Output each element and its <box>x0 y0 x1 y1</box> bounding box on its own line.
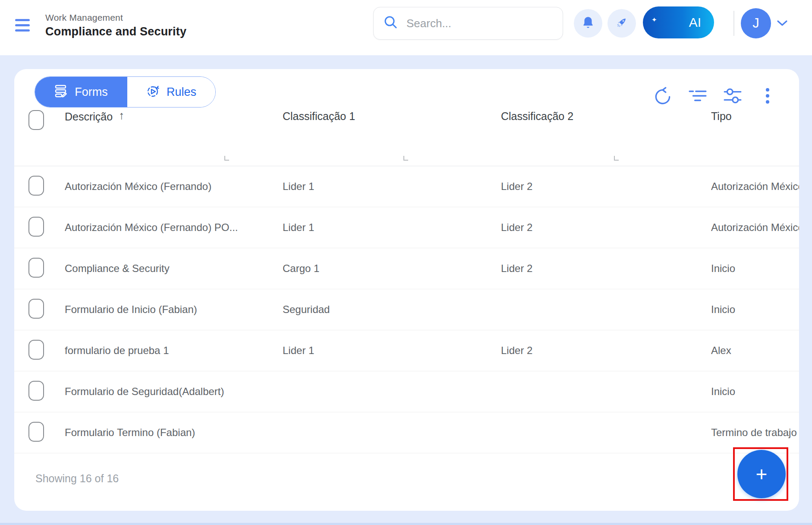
cell-classificacao2: Lider 2 <box>501 345 711 357</box>
column-header-classificacao2[interactable]: Classificação 2 <box>501 110 711 123</box>
cell-classificacao1: Lider 1 <box>283 221 501 234</box>
breadcrumb: Work Management Compliance and Security <box>45 13 186 38</box>
more-vertical-icon[interactable] <box>758 86 777 106</box>
notifications-button[interactable] <box>574 9 602 38</box>
table-row[interactable]: Compliance & Security Cargo 1 Lider 2 In… <box>14 248 799 289</box>
cell-descricao: Autorización México (Fernando) <box>65 180 283 193</box>
cell-descricao: Formulario de Inicio (Fabian) <box>65 304 283 316</box>
cell-tipo: Termino de trabajo <box>711 427 799 439</box>
ai-assistant-button[interactable]: ✦ AI <box>643 6 714 38</box>
showing-count: Showing 16 of 16 <box>35 472 119 485</box>
tab-rules[interactable]: Rules <box>127 77 215 107</box>
rocket-icon <box>614 15 629 32</box>
cell-classificacao1: Lider 1 <box>283 345 501 357</box>
row-checkbox[interactable] <box>28 340 44 360</box>
table-row[interactable]: Autorización México (Fernando) Lider 1 L… <box>14 166 799 207</box>
row-checkbox[interactable] <box>28 176 44 196</box>
user-avatar[interactable]: J <box>741 8 771 38</box>
tab-forms-label: Forms <box>75 85 108 99</box>
forms-icon <box>54 84 68 100</box>
launch-button[interactable] <box>607 9 636 38</box>
plus-icon: + <box>756 462 768 486</box>
hamburger-menu-icon[interactable] <box>15 19 32 35</box>
cell-tipo: Autorización México <box>711 221 799 234</box>
sliders-icon[interactable] <box>723 86 743 106</box>
content-card: Forms Rules <box>14 69 799 511</box>
cell-descricao: Compliance & Security <box>65 262 283 275</box>
rules-icon <box>146 84 160 100</box>
cell-classificacao1: Seguridad <box>283 304 501 316</box>
cell-descricao: Autorización México (Fernando) PO... <box>65 221 283 234</box>
sort-ascending-icon[interactable]: ↑ <box>119 109 124 122</box>
table-toolbar <box>653 86 777 106</box>
page-title: Compliance and Security <box>45 25 186 38</box>
bottom-edge-strip <box>0 523 812 525</box>
add-form-button[interactable]: + <box>737 450 786 498</box>
select-all-checkbox[interactable] <box>28 110 44 130</box>
row-checkbox[interactable] <box>28 258 44 278</box>
top-header-bar: Work Management Compliance and Security <box>0 0 812 55</box>
column-header-classificacao1[interactable]: Classificação 1 <box>283 110 501 123</box>
cell-tipo: Alex <box>711 345 799 357</box>
cell-descricao: formulario de prueba 1 <box>65 345 283 357</box>
table-row[interactable]: Formulario Termino (Fabian) Termino de t… <box>14 412 799 453</box>
tab-rules-label: Rules <box>167 85 196 99</box>
table-row[interactable]: formulario de prueba 1 Lider 1 Lider 2 A… <box>14 330 799 371</box>
avatar-initial: J <box>752 16 759 31</box>
column-resize-handle[interactable] <box>224 156 229 161</box>
search-icon <box>383 15 399 32</box>
cell-classificacao1: Cargo 1 <box>283 262 501 275</box>
search-input[interactable] <box>406 17 544 30</box>
view-switcher: Forms Rules <box>35 76 216 108</box>
ai-button-label: AI <box>689 15 701 30</box>
row-checkbox[interactable] <box>28 299 44 319</box>
cell-tipo: Inicio <box>711 304 799 316</box>
cell-classificacao1: Lider 1 <box>283 180 501 193</box>
cell-classificacao2: Lider 2 <box>501 221 711 234</box>
header-divider <box>733 11 734 36</box>
table-body: Autorización México (Fernando) Lider 1 L… <box>14 166 799 453</box>
table-row[interactable]: Formulario de Inicio (Fabian) Seguridad … <box>14 289 799 330</box>
table-footer: Showing 16 of 16 <box>14 453 799 511</box>
filter-icon[interactable] <box>688 86 708 106</box>
table-row[interactable]: Formulario de Seguridad(Adalbert) Inicio <box>14 371 799 412</box>
column-resize-handle[interactable] <box>403 156 408 161</box>
app-title: Work Management <box>45 13 186 23</box>
column-header-descricao[interactable]: Descrição ↑ <box>65 110 283 123</box>
cell-descricao: Formulario Termino (Fabian) <box>65 427 283 439</box>
row-checkbox[interactable] <box>28 217 44 237</box>
row-checkbox[interactable] <box>28 422 44 442</box>
search-box[interactable] <box>373 7 563 40</box>
cell-classificacao2: Lider 2 <box>501 262 711 275</box>
cell-tipo: Inicio <box>711 262 799 275</box>
refresh-icon[interactable] <box>653 86 673 106</box>
column-resize-handle[interactable] <box>614 156 619 161</box>
cell-classificacao2: Lider 2 <box>501 180 711 193</box>
sparkle-icon: ✦ <box>651 16 657 24</box>
tab-forms[interactable]: Forms <box>35 77 127 107</box>
table-row[interactable]: Autorización México (Fernando) PO... Lid… <box>14 207 799 248</box>
row-checkbox[interactable] <box>28 381 44 401</box>
column-header-tipo[interactable]: Tipo <box>711 110 799 123</box>
cell-tipo: Inicio <box>711 386 799 398</box>
bell-icon <box>581 15 595 32</box>
cell-tipo: Autorización México <box>711 180 799 193</box>
table-header-row: Descrição ↑ Classificação 1 Classificaçã… <box>14 108 799 166</box>
cell-descricao: Formulario de Seguridad(Adalbert) <box>65 386 283 398</box>
chevron-down-icon[interactable] <box>777 20 788 28</box>
